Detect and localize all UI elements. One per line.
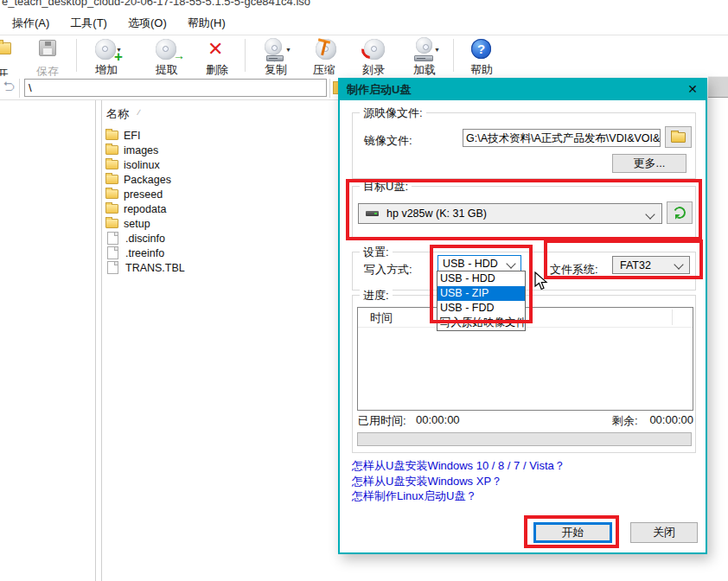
file-row[interactable]: .discinfo	[104, 231, 165, 246]
folder-icon	[105, 160, 118, 169]
delete-button[interactable]: ✕ 删除	[195, 37, 239, 75]
file-row[interactable]: EFI	[104, 128, 140, 143]
start-button[interactable]: 开始	[533, 522, 612, 543]
toolbar-separator	[76, 39, 77, 72]
link-install-winxp[interactable]: 怎样从U盘安装Windows XP？	[352, 474, 502, 489]
burn-button[interactable]: 刻录	[353, 37, 394, 75]
target-drive-combobox[interactable]: hp v285w (K: 31 GB)	[358, 203, 662, 224]
filesystem-value: FAT32	[620, 259, 651, 271]
root-icon[interactable]: ⮌	[3, 80, 15, 93]
file-row[interactable]: preseed	[104, 187, 163, 201]
settings-group-label: 设置:	[360, 245, 393, 260]
folder-icon	[105, 131, 118, 140]
filesystem-combobox[interactable]: FAT32	[612, 256, 690, 274]
toolbar-separator	[245, 39, 246, 72]
folder-icon	[105, 219, 118, 228]
chevron-down-icon	[506, 259, 515, 268]
sort-ascending-icon: ∕	[138, 108, 140, 117]
write-method-dropdown-list: USB - HDD USB - ZIP USB - FDD 写入原始映像文件	[437, 271, 526, 331]
window-titlebar: e_teach_desktop_cloud-20-06-17-18-55-5.1…	[0, 0, 605, 10]
browse-folder-icon	[671, 132, 686, 143]
refresh-icon	[674, 207, 686, 219]
compress-button[interactable]: 压缩	[304, 37, 344, 75]
column-name-header[interactable]: 名称	[106, 106, 129, 122]
option-usb-zip[interactable]: USB - ZIP	[437, 286, 525, 301]
file-row[interactable]: setup	[104, 216, 150, 231]
mount-button[interactable]: ▼ 加载	[401, 37, 448, 75]
compress-icon	[310, 38, 339, 61]
save-button[interactable]: 保存	[26, 37, 69, 75]
copy-dropdown-arrow[interactable]: ▼	[285, 47, 291, 53]
toolbar: 开 保存 + ▼ 增加 → 提取 ✕ 删除 ↓ ▼ 复制	[0, 35, 728, 76]
file-list-header[interactable]: 名称 ∕	[104, 105, 338, 124]
add-icon: + ▼	[92, 38, 121, 61]
folder-icon	[105, 175, 118, 184]
make-bootable-usb-dialog: 制作启动U盘 ✕ 源映像文件: 镜像文件: G:\A技术资料\A正式产品发布\V…	[338, 78, 707, 554]
file-icon	[107, 246, 118, 259]
option-raw-image[interactable]: 写入原始映像文件	[437, 316, 525, 330]
write-method-value: USB - HDD	[443, 258, 498, 270]
option-usb-fdd[interactable]: USB - FDD	[437, 301, 525, 316]
save-icon	[33, 40, 62, 63]
add-button[interactable]: + ▼ 增加	[83, 37, 130, 75]
copy-button[interactable]: ↓ ▼ 复制	[252, 37, 299, 75]
folder-icon	[105, 189, 118, 199]
write-method-combobox[interactable]: USB - HDD	[437, 255, 521, 272]
menu-operation[interactable]: 操作(A)	[3, 12, 58, 35]
chevron-down-icon	[674, 259, 683, 269]
target-usb-group-label: 目标U盘:	[360, 179, 412, 195]
dialog-titlebar[interactable]: 制作启动U盘 ✕	[340, 80, 706, 100]
mount-dropdown-arrow[interactable]: ▼	[434, 47, 440, 53]
elapsed-value: 00:00:00	[416, 413, 460, 426]
filesystem-label: 文件系统:	[550, 262, 598, 278]
browse-image-button[interactable]	[665, 126, 692, 148]
right-panel-header	[708, 76, 728, 98]
menu-tools[interactable]: 工具(T)	[61, 12, 116, 35]
link-install-win10[interactable]: 怎样从U盘安装Windows 10 / 8 / 7 / Vista？	[352, 458, 565, 474]
close-button[interactable]: 关闭	[630, 522, 698, 543]
burn-icon	[359, 38, 388, 61]
extract-icon: →	[152, 38, 182, 61]
help-button[interactable]: ? 帮助	[461, 37, 502, 75]
address-bottom-separator	[0, 99, 338, 100]
more-button[interactable]: 更多...	[612, 154, 686, 173]
address-separator	[329, 79, 330, 98]
folder-icon	[105, 204, 118, 214]
path-input[interactable]	[24, 79, 327, 97]
image-file-label: 镜像文件:	[364, 133, 412, 149]
image-file-input[interactable]: G:\A技术资料\A正式产品发布\VDI&VOI&eDe	[463, 129, 661, 147]
remaining-label: 剩余:	[612, 413, 638, 429]
delete-icon: ✕	[202, 38, 232, 61]
folder-icon	[105, 145, 118, 155]
menu-options[interactable]: 选项(O)	[119, 12, 176, 35]
menu-help[interactable]: 帮助(H)	[179, 12, 234, 35]
extract-button[interactable]: → 提取	[145, 37, 188, 75]
file-row[interactable]: Packages	[104, 172, 171, 187]
mouse-cursor-icon	[534, 271, 548, 292]
toolbar-separator	[453, 39, 454, 72]
file-row[interactable]: .treeinfo	[104, 246, 164, 260]
file-row[interactable]: isolinux	[104, 157, 160, 172]
link-make-linux-usb[interactable]: 怎样制作Linux启动U盘？	[352, 488, 476, 504]
target-drive-value: hp v285w (K: 31 GB)	[386, 208, 487, 220]
window-title: e_teach_desktop_cloud-20-06-17-18-55-5.1…	[0, 0, 605, 8]
open-button[interactable]: 开	[0, 37, 19, 75]
file-icon	[107, 232, 118, 245]
file-row[interactable]: repodata	[104, 201, 166, 216]
close-icon[interactable]: ✕	[687, 82, 698, 96]
file-icon	[107, 261, 118, 274]
file-row[interactable]: TRANS.TBL	[104, 260, 185, 275]
refresh-drives-button[interactable]	[667, 201, 693, 224]
column-time[interactable]: 时间	[370, 310, 393, 326]
column-divider	[672, 310, 673, 325]
option-usb-hdd[interactable]: USB - HDD	[437, 271, 525, 286]
copy-icon: ↓ ▼	[261, 38, 291, 61]
usb-drive-icon	[366, 211, 379, 216]
mount-icon: ▼	[410, 38, 439, 61]
panel-splitter[interactable]	[95, 100, 96, 581]
panel-splitter[interactable]	[101, 100, 102, 581]
file-row[interactable]: images	[104, 143, 158, 157]
target-usb-group: 目标U盘: hp v285w (K: 31 GB)	[352, 186, 696, 239]
source-image-group-label: 源映像文件:	[360, 105, 426, 121]
add-dropdown-arrow[interactable]: ▼	[116, 47, 122, 53]
